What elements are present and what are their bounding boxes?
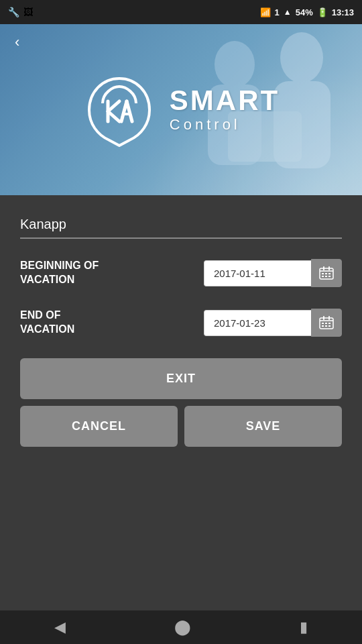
end-vacation-row: END OF VACATION — [20, 309, 342, 337]
sim-icon: 1 — [275, 7, 280, 17]
wifi-icon: 📶 — [260, 7, 271, 17]
status-bar-left — [8, 7, 256, 17]
svg-rect-20 — [328, 276, 330, 277]
kan-logo — [82, 73, 156, 147]
status-icons: 📶 1 ▲ 54% 🔋 13:13 — [260, 7, 354, 17]
svg-rect-27 — [328, 323, 330, 324]
svg-rect-19 — [325, 276, 327, 277]
brand-smart: SMART — [170, 87, 280, 115]
svg-rect-17 — [328, 273, 330, 274]
main-content: BEGINNING OF VACATION END O — [0, 195, 362, 447]
signal-icon: ▲ — [284, 7, 292, 17]
bottom-buttons-row: CANCEL SAVE — [20, 406, 342, 447]
battery-percentage: 54% — [296, 7, 313, 17]
svg-rect-18 — [322, 276, 324, 277]
svg-rect-16 — [325, 273, 327, 274]
svg-line-9 — [127, 101, 132, 121]
svg-rect-29 — [325, 325, 327, 327]
end-date-group — [204, 309, 342, 337]
battery-icon: 🔋 — [317, 7, 328, 17]
bottom-nav-bar: ◀ ⬤ ▮ — [0, 610, 362, 644]
image-icon — [23, 7, 33, 17]
svg-point-2 — [280, 32, 323, 83]
logo-area: SMART Control — [82, 73, 280, 147]
clock: 13:13 — [332, 7, 354, 17]
svg-line-6 — [108, 101, 119, 111]
svg-rect-15 — [322, 273, 324, 274]
beginning-date-group — [204, 259, 342, 287]
beginning-label: BEGINNING OF VACATION — [20, 259, 114, 287]
back-button[interactable]: ‹ — [9, 31, 25, 54]
end-date-input[interactable] — [204, 310, 311, 336]
svg-rect-26 — [325, 323, 327, 324]
beginning-calendar-button[interactable] — [311, 259, 342, 287]
calendar-icon-end — [319, 316, 334, 329]
end-calendar-button[interactable] — [311, 309, 342, 337]
save-button[interactable]: SAVE — [184, 406, 342, 447]
app-name-field — [20, 214, 342, 239]
nav-back-button[interactable]: ◀ — [41, 613, 79, 641]
beginning-date-input[interactable] — [204, 260, 311, 286]
svg-rect-25 — [322, 323, 324, 324]
nav-home-button[interactable]: ⬤ — [161, 613, 204, 641]
svg-rect-30 — [328, 325, 330, 327]
exit-button-row: EXIT — [20, 358, 342, 399]
brand-control: Control — [170, 116, 241, 133]
beginning-vacation-row: BEGINNING OF VACATION — [20, 259, 342, 287]
calendar-icon — [319, 266, 334, 280]
end-label: END OF VACATION — [20, 309, 114, 337]
app-name-input[interactable] — [20, 214, 342, 239]
cancel-button[interactable]: CANCEL — [20, 406, 178, 447]
header-banner: ‹ SMART Control — [0, 24, 362, 195]
svg-rect-28 — [322, 325, 324, 327]
wrench-icon — [8, 7, 19, 17]
status-bar: 📶 1 ▲ 54% 🔋 13:13 — [0, 0, 362, 24]
exit-button[interactable]: EXIT — [20, 358, 342, 399]
brand-text: SMART Control — [170, 87, 280, 133]
svg-line-7 — [108, 111, 119, 121]
nav-recents-button[interactable]: ▮ — [286, 613, 321, 641]
